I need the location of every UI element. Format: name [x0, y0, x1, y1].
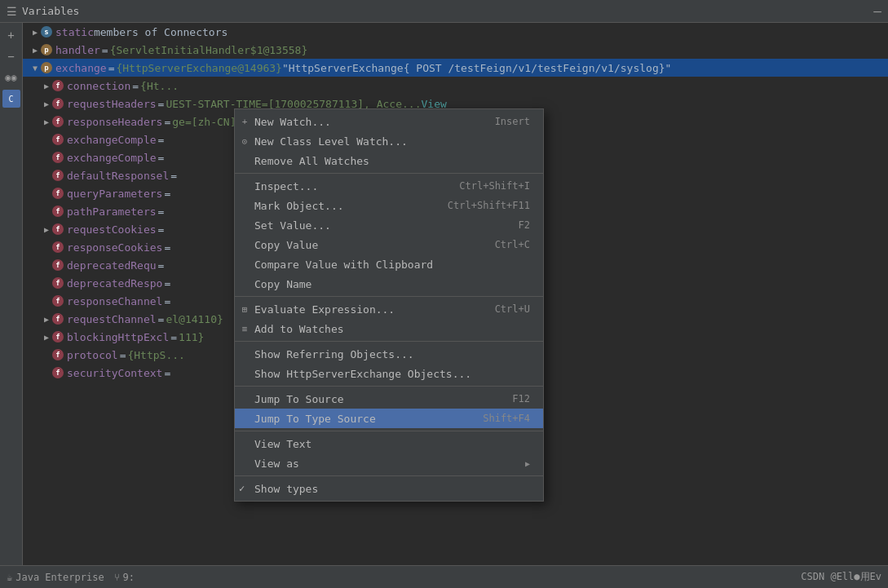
menu-item-show-referring[interactable]: Show Referring Objects...	[235, 344, 543, 364]
menu-item-new-watch[interactable]: + New Watch... Insert	[235, 112, 543, 131]
tree-row[interactable]: ▶ s static members of Connectors	[23, 23, 888, 41]
menu-label: Show types	[254, 483, 530, 495]
tree-row-exchange[interactable]: ▼ p exchange = {HttpServerExchange@14963…	[23, 59, 888, 77]
expand-arrow[interactable]: ▶	[41, 82, 52, 91]
expand-arrow[interactable]: ▶	[41, 333, 52, 342]
var-extra: "HttpServerExchange{ POST /testFeign/v1/…	[282, 62, 671, 74]
add-watch-button[interactable]: +	[2, 26, 20, 44]
var-value: 111}	[179, 331, 204, 343]
git-label: 9:	[123, 572, 135, 583]
menu-item-jump-source[interactable]: Jump To Source F12	[235, 389, 543, 409]
submenu-arrow-icon: ▶	[525, 459, 530, 468]
var-name: requestChannel	[67, 313, 157, 325]
menu-item-copy-name[interactable]: Copy Name	[235, 274, 543, 294]
menu-separator-3	[235, 341, 543, 342]
var-name: queryParameters	[67, 188, 162, 200]
menu-label: View as	[254, 458, 522, 470]
type-badge-f: f	[52, 277, 64, 289]
glasses-button[interactable]: ◉◉	[2, 69, 20, 86]
menu-item-view-text[interactable]: View Text	[235, 434, 543, 453]
expand-arrow[interactable]: ▶	[41, 315, 52, 324]
context-menu: + New Watch... Insert ⊙ New Class Level …	[234, 108, 544, 502]
menu-item-set-value[interactable]: Set Value... F2	[235, 215, 543, 235]
type-badge-f: f	[52, 80, 64, 91]
var-name: handler	[55, 44, 100, 56]
menu-shortcut: Ctrl+U	[495, 303, 530, 315]
grid-icon: ⊞	[239, 304, 250, 315]
menu-separator	[235, 173, 543, 174]
java-enterprise-label: Java Enterprise	[15, 572, 104, 583]
menu-separator-4	[235, 386, 543, 387]
menu-item-new-class-watch[interactable]: ⊙ New Class Level Watch...	[235, 131, 543, 151]
tree-row[interactable]: ▶ f connection = {Ht...	[23, 77, 888, 95]
menu-item-show-types[interactable]: ✓ Show types	[235, 479, 543, 498]
menu-label: Evaluate Expression...	[254, 303, 479, 316]
menu-label: Compare Value with Clipboard	[254, 259, 530, 271]
menu-item-show-httpserver[interactable]: Show HttpServerExchange Objects...	[235, 364, 543, 383]
var-name: requestHeaders	[67, 98, 157, 110]
type-badge-f: f	[52, 134, 64, 145]
java-icon: ☕	[7, 572, 12, 583]
git-item[interactable]: ⑂ 9:	[114, 572, 135, 583]
menu-label: Copy Value	[254, 239, 479, 251]
type-badge-f: f	[52, 331, 64, 343]
type-badge-p: p	[41, 44, 52, 55]
type-badge-f: f	[52, 98, 64, 109]
menu-item-compare-clipboard[interactable]: Compare Value with Clipboard	[235, 254, 543, 274]
menu-label: Show HttpServerExchange Objects...	[254, 368, 530, 380]
type-badge-f: f	[52, 313, 64, 325]
active-button[interactable]: C	[2, 90, 20, 108]
type-badge-f: f	[52, 170, 64, 181]
menu-label: View Text	[254, 438, 530, 450]
menu-item-evaluate[interactable]: ⊞ Evaluate Expression... Ctrl+U	[235, 299, 543, 319]
expand-arrow[interactable]: ▶	[29, 28, 41, 37]
menu-item-copy-value[interactable]: Copy Value Ctrl+C	[235, 235, 543, 254]
menu-separator-6	[235, 475, 543, 476]
expand-arrow[interactable]: ▶	[29, 46, 41, 55]
expand-arrow[interactable]: ▶	[41, 117, 52, 126]
var-name: exchange	[55, 62, 107, 74]
panel-title: Variables	[22, 5, 79, 17]
type-badge-f: f	[52, 259, 64, 271]
type-badge-f: f	[52, 367, 64, 378]
java-enterprise-item[interactable]: ☕ Java Enterprise	[7, 572, 104, 583]
menu-label: New Class Level Watch...	[254, 135, 530, 148]
menu-shortcut: Ctrl+Shift+F11	[448, 200, 530, 211]
expand-arrow[interactable]: ▼	[29, 64, 41, 73]
var-name: protocol	[67, 349, 118, 361]
menu-item-mark-object[interactable]: Mark Object... Ctrl+Shift+F11	[235, 196, 543, 215]
menu-label: New Watch...	[254, 116, 479, 128]
var-name: deprecatedRequ	[67, 259, 157, 272]
menu-item-view-as[interactable]: View as ▶	[235, 453, 543, 473]
minimize-icon[interactable]: —	[873, 3, 881, 19]
type-badge-f: f	[52, 188, 64, 199]
var-name: static	[55, 26, 94, 38]
menu-item-inspect[interactable]: Inspect... Ctrl+Shift+I	[235, 176, 543, 196]
menu-shortcut: Ctrl+C	[495, 239, 530, 250]
type-badge-f: f	[52, 349, 64, 360]
menu-shortcut: F12	[512, 393, 530, 405]
type-badge-f: f	[52, 116, 64, 127]
menu-separator-5	[235, 431, 543, 431]
menu-label: Inspect...	[254, 180, 443, 192]
menu-shortcut: Insert	[495, 116, 530, 127]
menu-label: Remove All Watches	[254, 155, 530, 167]
type-badge-f: f	[52, 241, 64, 253]
var-name: deprecatedRespo	[67, 277, 162, 290]
var-name: defaultResponsel	[67, 170, 169, 182]
expand-arrow[interactable]: ▶	[41, 99, 52, 108]
header-bar: ☰ Variables —	[0, 0, 888, 23]
menu-shortcut: F2	[519, 219, 530, 231]
type-badge-p: p	[41, 62, 52, 73]
remove-watch-button[interactable]: −	[2, 47, 20, 65]
var-value: {Ht...	[140, 80, 179, 92]
var-name: requestCookies	[67, 223, 157, 236]
type-badge-f: f	[52, 223, 64, 235]
var-name: blockingHttpExcl	[67, 331, 169, 343]
tree-row[interactable]: ▶ p handler = {ServletInitialHandler$1@1…	[23, 41, 888, 59]
expand-arrow[interactable]: ▶	[41, 225, 52, 234]
menu-item-add-watches[interactable]: ≡ Add to Watches	[235, 319, 543, 338]
menu-item-jump-type[interactable]: Jump To Type Source Shift+F4	[235, 409, 543, 428]
menu-item-remove-watches[interactable]: Remove All Watches	[235, 151, 543, 170]
type-badge-f: f	[52, 152, 64, 163]
